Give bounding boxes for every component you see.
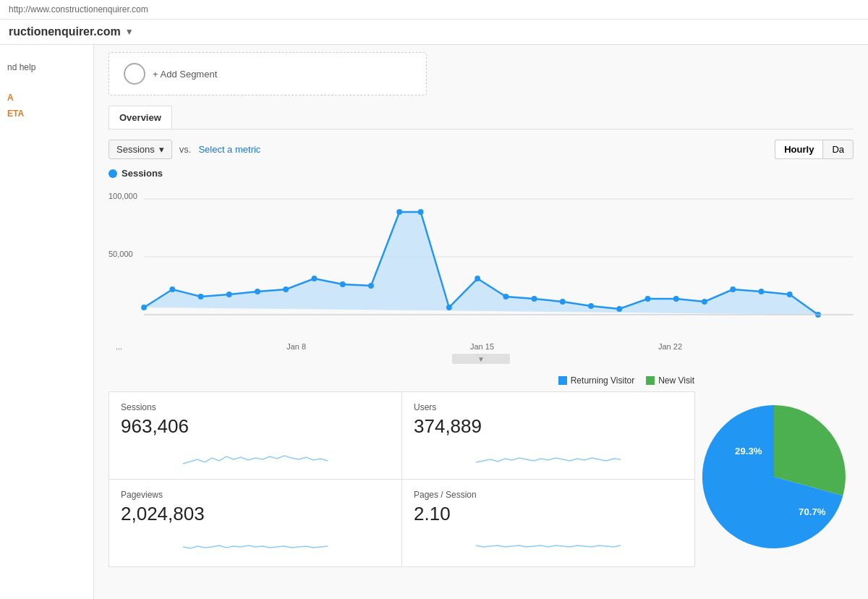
add-segment-circle [124,63,145,85]
chart-y-50k: 50,000 [109,250,133,258]
pageviews-value: 2,024,803 [121,503,390,525]
stat-users: Users 374,889 [401,391,695,480]
dropdown-arrow-icon: ▾ [159,144,164,155]
svg-point-7 [226,292,232,297]
users-label: Users [414,402,683,412]
svg-point-21 [616,306,622,312]
new-color-box [646,376,655,385]
new-pct-label: 29.3% [735,446,762,456]
day-button[interactable]: Da [822,140,854,159]
stat-pages-session: Pages / Session 2.10 [401,479,695,567]
svg-point-8 [255,289,260,294]
svg-point-11 [340,281,346,287]
select-metric-link[interactable]: Select a metric [198,144,260,155]
sessions-legend-dot [109,169,117,178]
returning-legend-label: Returning Visitor [571,375,635,386]
svg-point-13 [396,209,402,215]
pages-session-value: 2.10 [414,503,683,525]
pie-legend-new: New Visit [646,375,694,386]
svg-point-9 [283,286,289,292]
pie-chart: 70.7% 29.3% [694,397,854,556]
chart-container: 100,000 50,000 [109,184,854,336]
line-chart [109,184,854,329]
site-name: ructionenquirer.com [9,25,121,38]
pages-session-mini-chart [414,531,683,557]
svg-point-12 [368,283,374,289]
stats-grid: Returning Visitor New Visit Sessions 963… [109,375,694,567]
svg-point-6 [198,294,204,300]
pie-legend: Returning Visitor New Visit [109,375,694,386]
svg-point-20 [588,303,594,309]
metric-row: Sessions ▾ vs. Select a metric Hourly Da [109,140,854,159]
main-content: + Add Segment Overview Sessions ▾ vs. Se… [94,45,868,599]
tab-overview[interactable]: Overview [109,106,172,129]
svg-point-24 [702,299,707,305]
chart-x-labels: ... Jan 8 Jan 15 Jan 22 [109,342,854,351]
svg-point-5 [169,286,175,292]
sessions-legend: Sessions [109,168,854,179]
x-label-3: Jan 22 [658,342,682,351]
sessions-mini-chart [121,443,390,470]
svg-point-16 [475,276,480,281]
top-bar: http://www.constructionenquirer.com [0,0,868,20]
x-label-0: ... [116,342,122,351]
metric-selected: Sessions [116,144,155,155]
svg-point-14 [418,209,424,215]
time-period-buttons: Hourly Da [775,140,854,159]
pie-chart-container: 70.7% 29.3% [694,375,854,567]
sidebar: nd help A ETA [0,45,94,599]
sessions-legend-label: Sessions [122,168,163,179]
url-display: http://www.constructionenquirer.com [9,4,148,14]
chart-y-100k: 100,000 [109,192,137,200]
stat-pageviews: Pageviews 2,024,803 [109,479,402,567]
svg-point-18 [532,296,537,302]
site-selector[interactable]: ructionenquirer.com ▼ [0,20,868,45]
svg-point-15 [446,305,452,310]
svg-point-26 [759,289,765,294]
stats-row-bottom: Pageviews 2,024,803 Pages / Session 2.10 [109,479,694,567]
svg-point-27 [787,292,793,297]
svg-point-4 [141,305,147,310]
svg-marker-3 [144,212,818,315]
sessions-value: 963,406 [121,415,390,438]
chart-scrollbar[interactable]: ▼ [109,354,854,364]
svg-point-22 [645,296,651,302]
scrollbar-arrow: ▼ [477,355,485,363]
svg-point-10 [312,276,318,281]
returning-color-box [558,376,567,385]
scrollbar-track[interactable]: ▼ [452,354,510,364]
sidebar-help: nd help [7,59,86,75]
pageviews-label: Pageviews [121,490,390,500]
sessions-label: Sessions [121,402,390,412]
metric-dropdown[interactable]: Sessions ▾ [109,140,172,159]
site-selector-arrow: ▼ [125,27,134,37]
stats-row-top: Sessions 963,406 Users 374,889 [109,391,694,480]
users-mini-chart [414,443,683,470]
pageviews-mini-chart [121,531,390,557]
pages-session-label: Pages / Session [414,490,683,500]
svg-point-19 [560,299,566,305]
stat-sessions: Sessions 963,406 [109,391,402,480]
svg-point-23 [673,296,679,302]
add-segment-box[interactable]: + Add Segment [109,52,427,95]
sidebar-item-beta[interactable]: ETA [7,106,86,122]
overview-tab-bar: Overview [109,106,854,129]
hourly-button[interactable]: Hourly [775,140,822,159]
svg-point-17 [503,294,509,300]
pie-legend-returning: Returning Visitor [558,375,635,386]
users-value: 374,889 [414,415,683,438]
returning-pct-label: 70.7% [799,506,826,517]
x-label-2: Jan 15 [470,342,494,351]
x-label-1: Jan 8 [286,342,306,351]
vs-label: vs. [179,144,192,155]
sidebar-item-a[interactable]: A [7,90,86,106]
svg-point-25 [730,286,736,292]
add-segment-label: + Add Segment [153,69,217,80]
new-legend-label: New Visit [658,375,694,386]
bottom-section: Returning Visitor New Visit Sessions 963… [109,375,854,567]
